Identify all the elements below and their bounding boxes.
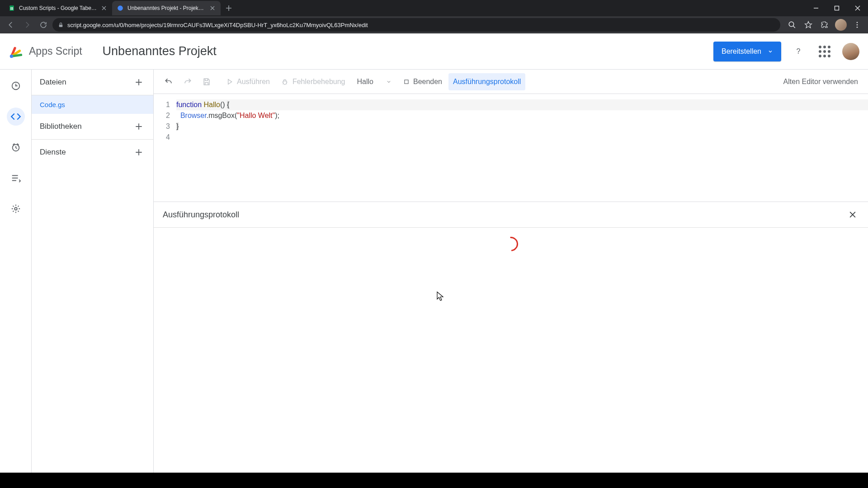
stop-label: Beenden [413,78,442,86]
apps-script-favicon [117,5,124,12]
tab-strip: Custom Scripts - Google Tabellen Unbenan… [0,0,868,16]
account-button[interactable] [842,42,860,61]
close-window-button[interactable] [847,1,868,15]
apps-script-logo-icon [8,43,24,60]
address-bar[interactable]: script.google.com/u/0/home/projects/19lr… [52,18,780,32]
avatar-icon [835,19,847,31]
google-apps-button[interactable] [816,42,834,61]
files-section-header: Dateien [32,70,153,95]
close-log-button[interactable] [846,208,859,221]
line-gutter: 1 2 3 4 [154,99,176,202]
loading-spinner-icon [500,234,521,254]
side-panel: Dateien Code.gs Bibliotheken Dienste [32,70,154,473]
sheets-favicon [8,5,15,12]
brand-home[interactable]: Apps Script [8,43,82,60]
editor-toolbar: Ausführen Fehlerbehebung Hallo Beenden A… [154,70,868,94]
rail-overview[interactable] [7,77,25,95]
rail-executions[interactable] [7,169,25,187]
undo-button[interactable] [160,73,177,90]
avatar-icon [842,43,859,60]
tab-title: Custom Scripts - Google Tabellen [19,5,97,11]
minimize-button[interactable] [806,1,826,15]
extensions-icon[interactable] [817,18,832,32]
run-label: Ausführen [237,78,270,86]
libraries-section-header: Bibliotheken [32,114,153,140]
svg-point-4 [118,5,123,11]
chevron-down-icon [768,49,773,54]
project-title[interactable]: Unbenanntes Projekt [103,44,217,58]
svg-point-10 [857,27,858,28]
chrome-menu-button[interactable] [850,18,864,32]
rail-editor[interactable] [7,108,25,126]
run-button[interactable]: Ausführen [222,73,274,90]
svg-point-16 [283,80,287,84]
new-tab-button[interactable] [222,2,235,14]
close-icon [848,210,857,219]
add-library-button[interactable] [132,120,145,133]
close-tab-icon[interactable] [209,5,216,12]
files-label: Dateien [40,78,66,87]
svg-rect-6 [59,24,63,27]
svg-point-11 [10,54,14,58]
execution-log-toggle[interactable]: Ausführungsprotokoll [448,73,525,90]
apps-grid-icon [819,46,830,57]
bookmark-icon[interactable] [801,18,816,32]
deploy-label: Bereitstellen [722,47,761,56]
brand-text: Apps Script [29,45,82,57]
execution-log-label: Ausführungsprotokoll [453,78,521,86]
add-file-button[interactable] [132,76,145,89]
debug-button[interactable]: Fehlerbehebung [276,73,350,90]
taskbar [0,473,868,488]
play-icon [226,78,233,85]
file-name: Code.gs [40,101,65,108]
svg-point-8 [857,22,858,23]
save-button[interactable] [198,73,215,90]
bug-icon [281,78,289,86]
back-button[interactable] [4,18,18,32]
svg-point-13 [15,85,16,87]
app-header: Apps Script Unbenanntes Projekt Bereitst… [0,33,868,70]
forward-button[interactable] [20,18,34,32]
rail-settings[interactable] [7,200,25,218]
stop-button[interactable]: Beenden [399,73,447,90]
code-editor[interactable]: 1 2 3 4 function Hallo() { Browser.msgBo… [154,94,868,202]
file-item[interactable]: Code.gs [32,95,153,114]
svg-point-7 [789,22,794,27]
use-legacy-editor[interactable]: Alten Editor verwenden [780,78,862,86]
services-label: Dienste [40,148,66,157]
lock-icon [58,22,64,28]
browser-toolbar: script.google.com/u/0/home/projects/19lr… [0,16,868,33]
close-tab-icon[interactable] [100,5,108,12]
log-body [154,227,868,473]
log-panel-title: Ausführungsprotokoll [163,210,239,220]
execution-log-panel: Ausführungsprotokoll [154,202,868,473]
window-controls [806,1,868,15]
deploy-button[interactable]: Bereitstellen [713,42,781,61]
cursor-icon [436,291,444,302]
zoom-icon[interactable] [785,18,799,32]
function-dropdown[interactable]: Hallo [351,73,396,90]
maximize-button[interactable] [826,1,847,15]
browser-tab[interactable]: Custom Scripts - Google Tabellen [4,1,112,15]
code-content[interactable]: function Hallo() { Browser.msgBox("Hallo… [176,99,868,202]
chevron-down-icon [386,79,392,84]
svg-point-9 [857,24,858,26]
browser-tab[interactable]: Unbenanntes Projekt - Projekt-E [112,1,221,15]
stop-icon [403,79,410,85]
profile-button[interactable] [834,18,848,32]
svg-rect-5 [835,6,839,10]
redo-button[interactable] [179,73,196,90]
services-section-header: Dienste [32,140,153,165]
debug-label: Fehlerbehebung [292,78,345,86]
url-text: script.google.com/u/0/home/projects/19lr… [67,22,775,28]
tab-title: Unbenanntes Projekt - Projekt-E [127,5,205,11]
svg-rect-17 [405,80,408,83]
help-button[interactable]: ? [789,42,807,61]
svg-point-15 [14,207,17,210]
left-rail [0,70,32,473]
selected-function: Hallo [357,78,373,86]
reload-button[interactable] [36,18,51,32]
libraries-label: Bibliotheken [40,122,82,131]
rail-triggers[interactable] [7,138,25,156]
add-service-button[interactable] [132,146,145,159]
